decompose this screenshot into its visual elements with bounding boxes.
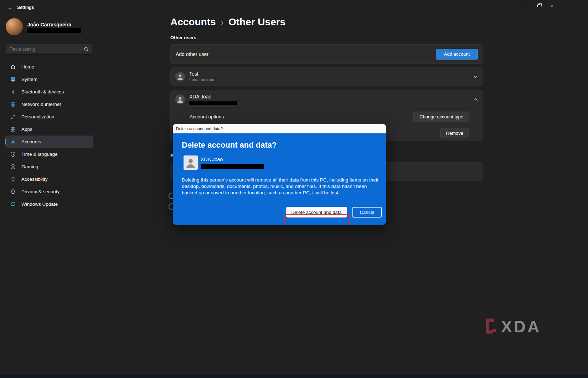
chevron-up-icon[interactable] — [474, 98, 478, 101]
sidebar-item-time-language[interactable]: Time & language — [5, 148, 93, 160]
dialog-titlebar: Delete account and data? — [173, 124, 386, 133]
close-icon: × — [550, 3, 553, 9]
add-account-button[interactable]: Add account — [436, 49, 478, 60]
sidebar-item-label: Home — [21, 64, 34, 70]
dialog-user-row: XDA Joao — [184, 155, 377, 170]
restore-button[interactable] — [532, 1, 545, 11]
redacted-user-email — [189, 101, 237, 105]
remove-button[interactable]: Remove — [440, 128, 469, 138]
xda-watermark: XDA — [484, 318, 541, 335]
xda-logo-icon — [484, 318, 497, 335]
dialog-warning-text: Deleting this person’s account will remo… — [182, 177, 378, 196]
user-row-test[interactable]: Test Local account — [170, 67, 483, 86]
sidebar-item-label: System — [21, 77, 37, 82]
change-account-type-button[interactable]: Change account type — [413, 112, 469, 122]
account-options-label: Account options — [190, 114, 413, 119]
breadcrumb: Accounts › Other Users — [170, 16, 285, 28]
window-title: Settings — [17, 5, 34, 10]
dialog-user-name: XDA Joao — [201, 157, 264, 162]
sidebar-item-privacy-security[interactable]: Privacy & security — [5, 185, 93, 198]
back-button[interactable]: ← — [4, 3, 16, 12]
sidebar-item-windows-update[interactable]: Windows Update — [5, 198, 93, 210]
sidebar-item-label: Time & language — [21, 152, 58, 157]
user-subtitle: Local account — [189, 77, 469, 82]
page-title: Other Users — [228, 16, 285, 28]
other-users-section-label: Other users — [170, 35, 196, 40]
sidebar-item-home[interactable]: Home — [5, 61, 93, 73]
update-arrows-icon — [10, 201, 16, 207]
add-other-user-label: Add other user — [176, 51, 436, 57]
sidebar-item-apps[interactable]: Apps — [5, 123, 93, 135]
search-box[interactable] — [6, 44, 92, 54]
sidebar-item-gaming[interactable]: Gaming — [5, 160, 93, 173]
breadcrumb-accounts[interactable]: Accounts — [170, 16, 216, 28]
sidebar-item-system[interactable]: System — [5, 73, 93, 85]
profile-name: João Carrasqueira — [27, 22, 71, 27]
accessibility-person-icon — [10, 176, 16, 182]
sidebar-item-label: Personalization — [21, 114, 54, 119]
sidebar-item-label: Accessibility — [21, 177, 48, 182]
delete-account-and-data-button[interactable]: Delete account and data — [286, 207, 347, 218]
sidebar-nav: Home System Bluetooth & devices Network … — [5, 61, 93, 210]
minimize-icon — [524, 6, 528, 6]
paintbrush-icon — [10, 114, 16, 120]
taskbar-strip — [0, 375, 588, 378]
sidebar-item-label: Accounts — [21, 139, 41, 144]
sidebar-item-label: Network & internet — [21, 102, 61, 107]
profile-avatar[interactable] — [6, 18, 23, 35]
globe-icon — [10, 101, 16, 107]
dialog-heading: Delete account and data? — [182, 133, 377, 150]
clock-icon — [10, 151, 16, 157]
user-avatar-icon — [175, 94, 185, 104]
user-name: Test — [189, 71, 469, 77]
sidebar-item-accessibility[interactable]: Accessibility — [5, 173, 93, 185]
xda-watermark-text: XDA — [501, 318, 541, 335]
sidebar-item-network-internet[interactable]: Network & internet — [5, 98, 93, 110]
sidebar-item-label: Privacy & security — [21, 189, 60, 194]
sidebar-item-label: Gaming — [21, 164, 38, 169]
dialog-body: Delete account and data? XDA Joao Deleti… — [173, 133, 386, 225]
account-options-row: Account options Change account type — [171, 109, 483, 125]
redacted-profile-email — [27, 28, 81, 33]
dialog-buttons: Delete account and data Cancel — [286, 207, 382, 218]
window-controls: × — [520, 1, 558, 11]
dialog-user-avatar-icon — [184, 155, 198, 170]
shield-icon — [10, 189, 16, 195]
minimize-button[interactable] — [520, 1, 532, 11]
sidebar-item-label: Apps — [21, 127, 32, 132]
user-avatar-icon — [175, 72, 185, 82]
close-button[interactable]: × — [545, 1, 558, 11]
bluetooth-icon — [10, 89, 16, 95]
search-input[interactable] — [9, 47, 84, 52]
cancel-button[interactable]: Cancel — [352, 207, 382, 218]
sidebar-item-bluetooth-devices[interactable]: Bluetooth & devices — [5, 86, 93, 98]
sidebar-item-accounts[interactable]: Accounts — [5, 136, 93, 148]
user-row-xda-header[interactable]: XDA Joao — [171, 90, 483, 109]
sidebar-item-personalization[interactable]: Personalization — [5, 111, 93, 123]
sidebar-item-label: Bluetooth & devices — [21, 89, 64, 94]
back-arrow-icon: ← — [7, 5, 13, 11]
delete-account-dialog: Delete account and data? Delete account … — [173, 124, 386, 225]
xbox-icon — [10, 164, 16, 170]
home-icon — [10, 64, 16, 70]
apps-grid-icon — [10, 126, 16, 132]
chevron-down-icon[interactable] — [474, 75, 478, 78]
add-other-user-card: Add other user Add account — [170, 44, 483, 64]
redacted-dialog-email — [201, 164, 264, 169]
sidebar-item-label: Windows Update — [21, 201, 58, 207]
breadcrumb-chevron-icon: › — [221, 18, 223, 27]
system-icon — [10, 76, 16, 82]
restore-icon — [537, 4, 540, 7]
person-icon — [10, 139, 16, 145]
search-icon — [84, 47, 89, 52]
user-name: XDA Joao — [189, 94, 469, 99]
